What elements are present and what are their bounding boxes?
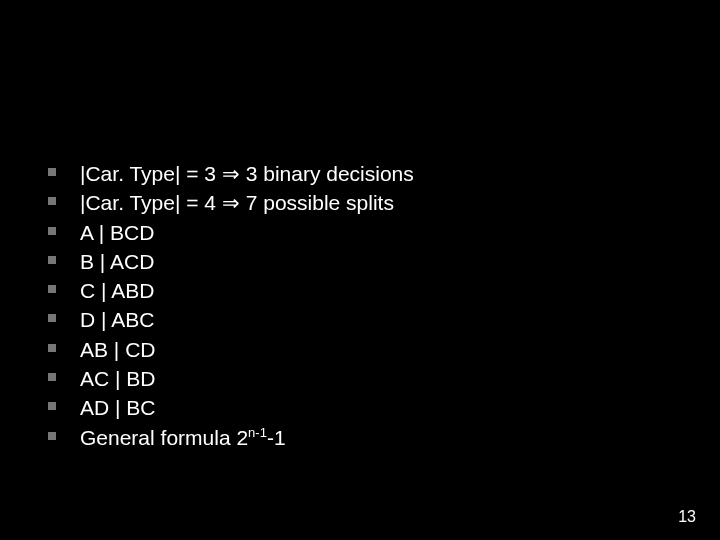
bullet-text: C | ABD [80, 277, 154, 304]
list-item: D | ABC [48, 306, 680, 333]
list-item: C | ABD [48, 277, 680, 304]
text-pre: |Car. Type| = 3 [80, 162, 222, 185]
bullet-text: AC | BD [80, 365, 155, 392]
formula-suffix: -1 [267, 426, 286, 449]
list-item: AD | BC [48, 394, 680, 421]
square-bullet-icon [48, 197, 56, 205]
list-item: |Car. Type| = 4 ⇒ 7 possible splits [48, 189, 680, 216]
square-bullet-icon [48, 432, 56, 440]
list-item: A | BCD [48, 219, 680, 246]
bullet-text: A | BCD [80, 219, 154, 246]
text-post: 3 binary decisions [240, 162, 414, 185]
page-number: 13 [678, 508, 696, 526]
square-bullet-icon [48, 227, 56, 235]
bullet-text: D | ABC [80, 306, 154, 333]
bullet-text: AB | CD [80, 336, 155, 363]
bullet-text: |Car. Type| = 4 ⇒ 7 possible splits [80, 189, 394, 216]
square-bullet-icon [48, 344, 56, 352]
square-bullet-icon [48, 402, 56, 410]
list-item: AB | CD [48, 336, 680, 363]
formula-prefix: General formula 2 [80, 426, 248, 449]
arrow-icon: ⇒ [222, 162, 240, 185]
bullet-text: |Car. Type| = 3 ⇒ 3 binary decisions [80, 160, 414, 187]
square-bullet-icon [48, 314, 56, 322]
formula-exponent: n-1 [248, 425, 267, 440]
list-item: AC | BD [48, 365, 680, 392]
square-bullet-icon [48, 285, 56, 293]
arrow-icon: ⇒ [222, 191, 240, 214]
bullet-text-formula: General formula 2n-1-1 [80, 424, 286, 451]
text-post: 7 possible splits [240, 191, 394, 214]
text-pre: |Car. Type| = 4 [80, 191, 222, 214]
bullet-text: AD | BC [80, 394, 155, 421]
list-item: General formula 2n-1-1 [48, 424, 680, 451]
bullet-list: |Car. Type| = 3 ⇒ 3 binary decisions |Ca… [48, 160, 680, 453]
list-item: |Car. Type| = 3 ⇒ 3 binary decisions [48, 160, 680, 187]
bullet-text: B | ACD [80, 248, 154, 275]
square-bullet-icon [48, 168, 56, 176]
square-bullet-icon [48, 373, 56, 381]
square-bullet-icon [48, 256, 56, 264]
list-item: B | ACD [48, 248, 680, 275]
